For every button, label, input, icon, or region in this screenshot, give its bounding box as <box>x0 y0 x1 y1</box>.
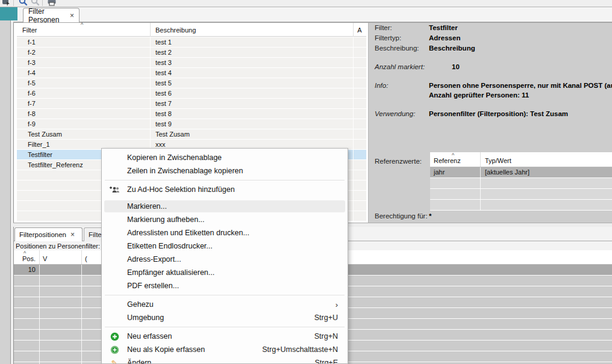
table-row-empty[interactable] <box>430 178 612 189</box>
menu-item[interactable]: Adress-Export... <box>102 253 348 266</box>
table-row[interactable]: f-3test 3 <box>17 58 366 68</box>
detail-field-info: Info: Personen ohne Personensperre, nur … <box>369 81 612 90</box>
cell-filter: Testfilter_Referenz <box>28 160 83 170</box>
menu-item[interactable]: ✎ÄndernStrg+E <box>102 356 348 364</box>
cell-filter: f-2 <box>28 48 36 57</box>
menu-item[interactable]: PDF erstellen... <box>102 279 348 292</box>
menu-item[interactable]: Neu als Kopie erfassenStrg+Umschalttaste… <box>102 343 348 356</box>
table-row[interactable]: f-5test 5 <box>17 78 366 88</box>
menu-item-shortcut: Strg+N <box>314 332 338 341</box>
cell-typ-wert: [aktuelles Jahr] <box>485 167 529 177</box>
menu-item-label: Umgebung <box>127 313 164 322</box>
table-row[interactable]: Test ZusamTest Zusam <box>17 129 366 140</box>
cell-filter: f-6 <box>28 88 36 98</box>
column-divider[interactable] <box>150 23 151 37</box>
menu-item[interactable]: Gehezu› <box>102 298 348 311</box>
menu-item-label: Markierung aufheben... <box>127 215 205 224</box>
column-header-v[interactable]: V <box>43 255 47 262</box>
cell-beschreibung: test 1 <box>155 37 172 47</box>
close-icon[interactable]: × <box>70 231 75 238</box>
menu-item[interactable]: Adresslisten und Etiketten drucken... <box>102 226 348 239</box>
cell-filter: f-4 <box>28 68 36 78</box>
menu-separator <box>102 324 348 330</box>
cell-filter: f-7 <box>28 99 36 108</box>
menu-item[interactable]: Kopieren in Zwischenablage <box>102 151 348 164</box>
search-icon[interactable] <box>18 0 28 6</box>
cell-beschreibung: test 9 <box>155 119 172 129</box>
column-divider[interactable] <box>81 250 82 264</box>
submenu-arrow-icon: › <box>336 301 338 309</box>
menu-item-label: Ändern <box>127 359 151 364</box>
menu-item[interactable]: Markierung aufheben... <box>102 213 348 226</box>
column-divider[interactable] <box>353 23 354 37</box>
teal-accent-block <box>0 7 17 20</box>
tab-filter-personen[interactable]: Filter Personen × <box>23 8 80 22</box>
column-header-paren[interactable]: ( <box>85 255 87 262</box>
table-row[interactable]: f-8test 8 <box>17 109 366 119</box>
positions-caption: Positionen zu Personenfilter: T <box>16 242 106 250</box>
cell-filter: f-8 <box>28 109 36 119</box>
menu-item[interactable]: Zeilen in Zwischenablage kopieren <box>102 164 348 177</box>
toolbar-separator <box>42 0 43 6</box>
menu-item[interactable]: Zu Ad-Hoc Selektion hinzufügen <box>102 183 348 196</box>
app-icon[interactable] <box>1 0 11 6</box>
column-header-filter[interactable]: Filter <box>22 26 37 34</box>
close-icon[interactable]: × <box>70 12 74 19</box>
menu-item-shortcut: Strg+E <box>314 359 338 364</box>
cell-pos: 10 <box>14 265 36 275</box>
menu-item-label: Kopieren in Zwischenablage <box>127 153 222 162</box>
table-row[interactable]: f-1test 1 <box>17 37 366 48</box>
detail-field-filtertyp: Filtertyp: Adressen <box>369 34 612 43</box>
table-row[interactable]: f-9test 9 <box>17 119 366 129</box>
zoom-icon[interactable] <box>30 0 40 6</box>
menu-item-label: Empfänger aktualisieren... <box>127 268 214 277</box>
table-row[interactable]: f-6test 6 <box>17 88 366 99</box>
menu-item-label: Neu als Kopie erfassen <box>127 345 205 354</box>
cell-filter: f-9 <box>28 119 36 129</box>
detail-field-anzahl-markiert: Anzahl markiert: 10 <box>369 63 612 72</box>
menu-separator <box>102 292 348 298</box>
filter-table-header[interactable]: ^ Filter Beschreibung A <box>17 23 366 37</box>
column-divider[interactable] <box>480 152 481 167</box>
print-icon[interactable] <box>47 0 57 6</box>
column-divider[interactable] <box>39 250 40 264</box>
menu-item[interactable]: UmgebungStrg+U <box>102 311 348 324</box>
cell-beschreibung: test 6 <box>155 88 172 98</box>
column-header-beschreibung[interactable]: Beschreibung <box>155 26 196 34</box>
table-row[interactable]: f-4test 4 <box>17 68 366 78</box>
reference-table-rows: jahr[aktuelles Jahr] <box>430 167 612 211</box>
column-header-referenz[interactable]: Referenz <box>434 157 461 164</box>
menu-item-label: Adresslisten und Etiketten drucken... <box>127 229 249 237</box>
permission-field: Berechtigung für: * <box>369 212 612 221</box>
reference-table-header[interactable]: ^ Referenz Typ/Wert <box>430 152 612 167</box>
menu-item[interactable]: Neu erfassenStrg+N <box>102 330 348 343</box>
table-row[interactable]: f-7test 7 <box>17 99 366 109</box>
tab-filterpositionen[interactable]: Filterpositionen × <box>14 227 83 241</box>
menu-separator <box>102 177 348 183</box>
column-header-pos[interactable]: Pos. <box>14 255 36 262</box>
detail-field-filter: Filter: Testfilter <box>369 23 612 32</box>
cell-filter: Test Zusam <box>28 129 62 139</box>
column-header-a[interactable]: A <box>353 26 366 34</box>
context-menu: Kopieren in ZwischenablageZeilen in Zwis… <box>101 148 348 364</box>
cell-filter: Testfilter <box>28 150 52 159</box>
app-window: Filter Personen × ^ Filter Beschreibung … <box>0 0 612 364</box>
table-row[interactable]: f-2test 2 <box>17 48 366 58</box>
table-row-empty[interactable] <box>430 189 612 200</box>
column-header-typ-wert[interactable]: Typ/Wert <box>485 157 511 164</box>
cell-filter: f-1 <box>28 37 36 47</box>
menu-item-shortcut: Strg+Umschalttaste+N <box>262 345 338 354</box>
toolbar-separator <box>13 0 14 6</box>
menu-item[interactable]: Etiketten Endlosdrucker... <box>102 239 348 253</box>
menu-item[interactable]: Markieren... <box>102 200 348 213</box>
sort-asc-icon: ^ <box>81 22 83 28</box>
menu-item-label: Adress-Export... <box>127 255 181 264</box>
table-row-empty[interactable] <box>430 200 612 211</box>
cell-beschreibung: test 8 <box>155 109 172 119</box>
cell-filter: f-3 <box>28 58 36 67</box>
main-tabstrip <box>0 7 612 22</box>
menu-item-label: Etiketten Endlosdrucker... <box>127 242 213 250</box>
table-row[interactable]: jahr[aktuelles Jahr] <box>430 167 612 178</box>
cell-referenz: jahr <box>434 167 445 177</box>
menu-item[interactable]: Empfänger aktualisieren... <box>102 266 348 279</box>
